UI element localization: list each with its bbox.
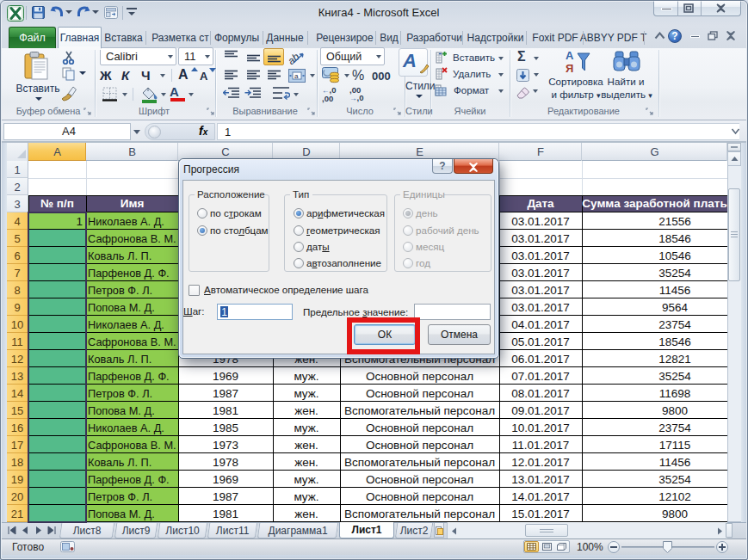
svg-text:ab: ab [288, 51, 302, 66]
svg-text:А: А [566, 49, 574, 62]
svg-text:a: a [294, 72, 299, 80]
svg-text:Я: Я [566, 62, 573, 75]
